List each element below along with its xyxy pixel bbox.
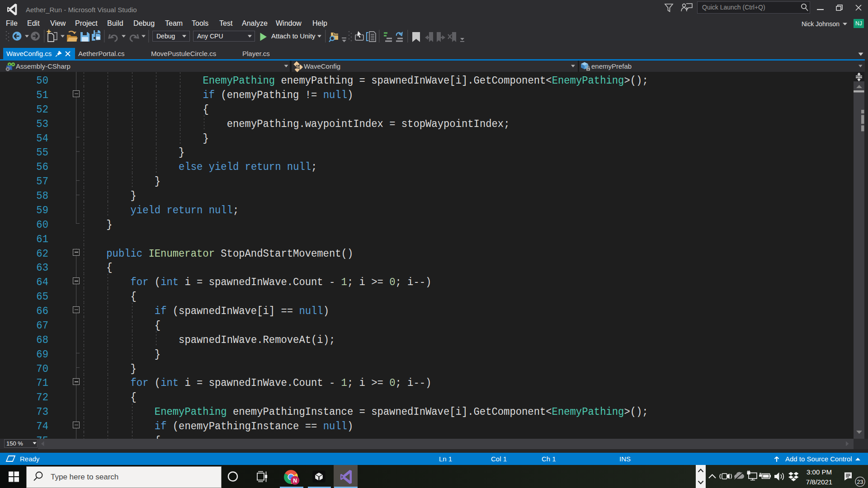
svg-text:N: N <box>293 478 297 484</box>
svg-text:23: 23 <box>857 479 863 485</box>
